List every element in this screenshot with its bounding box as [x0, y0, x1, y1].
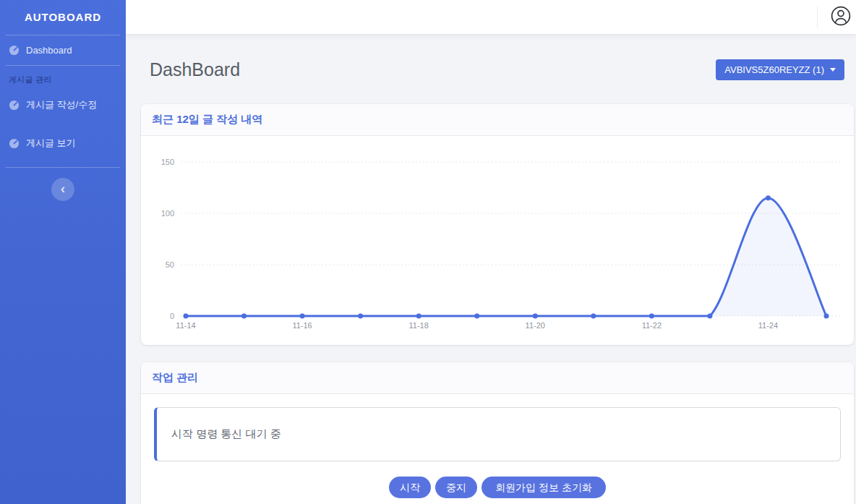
svg-text:11-22: 11-22	[642, 321, 662, 330]
sidebar-item-label: 게시글 보기	[26, 137, 76, 150]
reset-signup-info-button[interactable]: 회원가입 정보 초기화	[482, 477, 606, 498]
svg-text:11-16: 11-16	[292, 321, 312, 330]
board-selector-dropdown[interactable]: AVBIVS5Z60REYZZ (1)	[716, 59, 844, 80]
page-title: DashBoard	[150, 59, 240, 80]
posts-line-chart[interactable]: 05010015011-1411-1611-1811-2011-2211-24	[141, 136, 854, 345]
svg-text:11-24: 11-24	[758, 321, 778, 330]
sidebar-section-label: 게시글 관리	[0, 66, 126, 89]
recent-posts-card: 최근 12일 글 작성 내역 05010015011-1411-1611-181…	[141, 104, 854, 345]
sidebar-collapse-button[interactable]: ‹	[51, 178, 74, 201]
start-button[interactable]: 시작	[389, 477, 431, 498]
sidebar-item-post-edit[interactable]: 게시글 작성/수정	[0, 89, 126, 121]
svg-text:150: 150	[161, 158, 174, 166]
gauge-icon	[9, 138, 20, 149]
sidebar-item-label: Dashboard	[26, 45, 72, 56]
gauge-icon	[9, 45, 20, 56]
topbar	[126, 0, 856, 35]
sidebar-item-dashboard[interactable]: Dashboard	[0, 35, 126, 65]
user-circle-icon	[831, 6, 851, 28]
user-menu-button[interactable]	[831, 6, 851, 28]
chevron-left-icon: ‹	[61, 182, 65, 195]
sidebar-item-label: 게시글 작성/수정	[26, 98, 97, 111]
svg-text:11-18: 11-18	[409, 321, 429, 330]
sidebar-item-post-view[interactable]: 게시글 보기	[0, 127, 126, 159]
svg-text:0: 0	[170, 312, 174, 320]
brand-logo: AUTOBOARD	[0, 0, 126, 35]
stop-button[interactable]: 중지	[435, 477, 477, 498]
svg-text:50: 50	[166, 260, 174, 269]
svg-text:11-14: 11-14	[176, 321, 195, 330]
svg-text:100: 100	[161, 209, 174, 218]
caret-down-icon	[830, 68, 836, 72]
board-selector-label: AVBIVS5Z60REYZZ (1)	[724, 64, 824, 75]
recent-posts-card-title: 최근 12일 글 작성 내역	[141, 104, 854, 136]
task-management-card: 작업 관리 시작 명령 통신 대기 중 시작 중지 회원가입 정보 초기화	[141, 362, 854, 504]
task-management-card-title: 작업 관리	[141, 362, 854, 394]
status-message: 시작 명령 통신 대기 중	[171, 427, 281, 440]
svg-text:11-20: 11-20	[526, 321, 545, 330]
gauge-icon	[9, 100, 20, 111]
status-message-box: 시작 명령 통신 대기 중	[154, 407, 841, 461]
sidebar-divider	[6, 167, 120, 168]
main-content: DashBoard AVBIVS5Z60REYZZ (1) 최근 12일 글 작…	[126, 35, 856, 504]
topbar-divider	[817, 7, 818, 28]
sidebar: AUTOBOARD Dashboard 게시글 관리 게시글 작성/수정 게시글…	[0, 0, 126, 504]
